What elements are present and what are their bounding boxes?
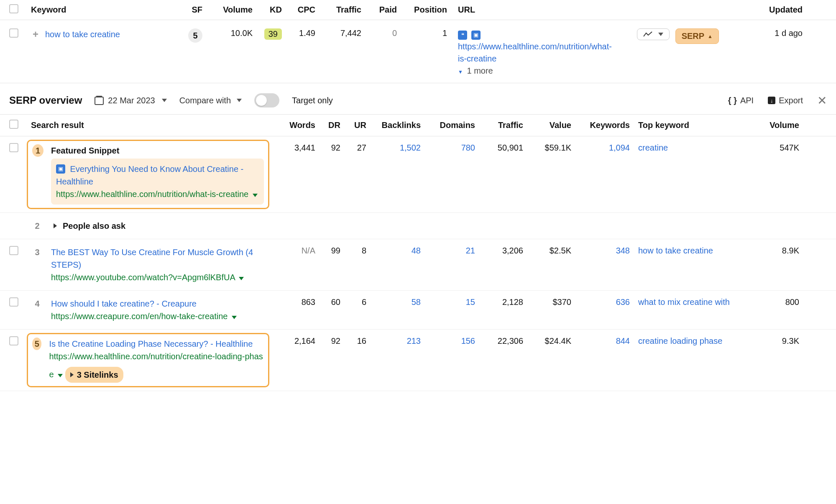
expand-icon[interactable] <box>54 223 57 228</box>
col-sf[interactable]: SF <box>173 5 202 15</box>
backlinks-link[interactable]: 1,502 <box>366 143 421 153</box>
close-icon[interactable]: ✕ <box>817 94 827 107</box>
top-keyword-link[interactable]: how to take creatine <box>638 246 713 255</box>
featured-snippet-icon: ❝ <box>458 31 467 40</box>
value-value: $2.5K <box>523 246 571 256</box>
chevron-down-icon[interactable] <box>239 277 244 280</box>
chevron-down-icon <box>237 99 242 102</box>
words-value: N/A <box>274 246 315 256</box>
col-kd[interactable]: KD <box>253 5 282 15</box>
row-checkbox[interactable] <box>9 336 18 345</box>
col-search-result[interactable]: Search result <box>31 120 274 130</box>
top-keyword-link[interactable]: creatine loading phase <box>638 336 722 345</box>
select-all-checkbox[interactable] <box>9 4 18 13</box>
more-link[interactable]: 1 more <box>467 66 493 75</box>
chevron-down-icon[interactable] <box>253 194 258 197</box>
col-paid[interactable]: Paid <box>361 5 397 15</box>
traffic-value: 3,206 <box>475 246 523 256</box>
top-keyword-link[interactable]: creatine <box>638 143 668 152</box>
col-traffic[interactable]: Traffic <box>475 120 523 130</box>
keyword-link[interactable]: how to take creatine <box>45 30 120 39</box>
ur-value: 6 <box>340 297 366 307</box>
url-link[interactable]: https://www.healthline.com/nutrition/wha… <box>458 42 612 63</box>
trend-button[interactable] <box>637 28 670 40</box>
keywords-link[interactable]: 1,094 <box>571 143 630 153</box>
traffic-value: 2,128 <box>475 297 523 307</box>
row-checkbox[interactable] <box>9 143 18 152</box>
row-checkbox[interactable] <box>9 28 18 38</box>
col-words[interactable]: Words <box>274 120 315 130</box>
serp-result-row: 5 Is the Creatine Loading Phase Necessar… <box>0 330 836 391</box>
serp-table-header: Search result Words DR UR Backlinks Doma… <box>0 114 836 136</box>
backlinks-link[interactable]: 48 <box>366 246 421 256</box>
position-badge: 5 <box>32 338 41 350</box>
domains-link[interactable]: 15 <box>421 297 475 307</box>
calendar-icon <box>95 96 104 105</box>
keyword-row: + how to take creatine 5 10.0K 39 1.49 7… <box>0 20 836 83</box>
col-position[interactable]: Position <box>397 5 447 15</box>
keywords-link[interactable]: 348 <box>571 246 630 256</box>
serp-result-row: 1 Featured Snippet ▣ Everything You Need… <box>0 136 836 213</box>
col-backlinks[interactable]: Backlinks <box>366 120 421 130</box>
result-url[interactable]: https://www.healthline.com/nutrition/wha… <box>56 189 248 199</box>
words-value: 3,441 <box>274 143 315 153</box>
result-title-link[interactable]: Everything You Need to Know About Creati… <box>56 164 243 186</box>
expand-icon <box>70 372 74 377</box>
api-button[interactable]: { } API <box>728 96 754 105</box>
col-updated[interactable]: Updated <box>719 5 803 15</box>
position-badge: 2 <box>31 220 43 232</box>
date-picker[interactable]: 22 Mar 2023 <box>95 96 166 105</box>
download-icon <box>768 97 775 104</box>
result-url[interactable]: https://www.youtube.com/watch?v=Apgm6lKB… <box>51 273 235 282</box>
col-domains[interactable]: Domains <box>421 120 475 130</box>
kd-badge: 39 <box>264 28 282 40</box>
col-top-keyword[interactable]: Top keyword <box>630 120 749 130</box>
volume-value: 10.0K <box>202 28 253 38</box>
col-keywords[interactable]: Keywords <box>571 120 630 130</box>
col-keyword[interactable]: Keyword <box>31 5 173 15</box>
compare-dropdown[interactable]: Compare with <box>179 96 242 105</box>
more-caret-icon[interactable]: ▼ <box>458 69 463 75</box>
serp-result-row: 4 How should I take creatine? - Creapure… <box>0 291 836 330</box>
result-title-link[interactable]: Is the Creatine Loading Phase Necessary?… <box>49 339 253 348</box>
col-volume[interactable]: Volume <box>202 5 253 15</box>
serp-button[interactable]: SERP ▲ <box>675 28 719 44</box>
col-ur[interactable]: UR <box>340 120 366 130</box>
select-all-results-checkbox[interactable] <box>9 120 18 129</box>
sitelinks-toggle[interactable]: 3 Sitelinks <box>65 367 123 383</box>
col-url[interactable]: URL <box>447 5 610 15</box>
serp-button-label: SERP <box>682 31 704 41</box>
col-value[interactable]: Value <box>523 120 571 130</box>
col-cpc[interactable]: CPC <box>282 5 315 15</box>
people-also-ask-label[interactable]: People also ask <box>63 221 125 231</box>
result-title-link[interactable]: How should I take creatine? - Creapure <box>51 299 197 308</box>
domains-link[interactable]: 156 <box>421 336 475 346</box>
row-checkbox[interactable] <box>9 246 18 255</box>
top-keyword-link[interactable]: what to mix creatine with <box>638 297 730 307</box>
keywords-link[interactable]: 636 <box>571 297 630 307</box>
col-volume[interactable]: Volume <box>749 120 799 130</box>
add-keyword-icon[interactable]: + <box>31 28 40 40</box>
chevron-down-icon[interactable] <box>58 374 63 377</box>
export-button[interactable]: Export <box>768 96 803 105</box>
backlinks-link[interactable]: 58 <box>366 297 421 307</box>
sf-badge[interactable]: 5 <box>188 28 202 43</box>
keywords-link[interactable]: 844 <box>571 336 630 346</box>
col-dr[interactable]: DR <box>315 120 340 130</box>
dr-value: 92 <box>315 336 340 346</box>
result-url[interactable]: https://www.creapure.com/en/how-take-cre… <box>51 312 228 321</box>
target-only-toggle[interactable] <box>254 93 279 107</box>
chevron-down-icon <box>162 99 167 102</box>
ur-value: 16 <box>340 336 366 346</box>
volume-value: 8.9K <box>749 246 799 256</box>
words-value: 2,164 <box>274 336 315 346</box>
domains-link[interactable]: 21 <box>421 246 475 256</box>
domains-link[interactable]: 780 <box>421 143 475 153</box>
serp-result-row: 3 The BEST Way To Use Creatine For Muscl… <box>0 239 836 291</box>
col-traffic[interactable]: Traffic <box>315 5 361 15</box>
chevron-down-icon[interactable] <box>232 316 237 319</box>
result-title-link[interactable]: The BEST Way To Use Creatine For Muscle … <box>51 248 253 269</box>
featured-snippet-label: Featured Snippet <box>51 144 264 157</box>
backlinks-link[interactable]: 213 <box>366 336 421 346</box>
row-checkbox[interactable] <box>9 297 18 307</box>
